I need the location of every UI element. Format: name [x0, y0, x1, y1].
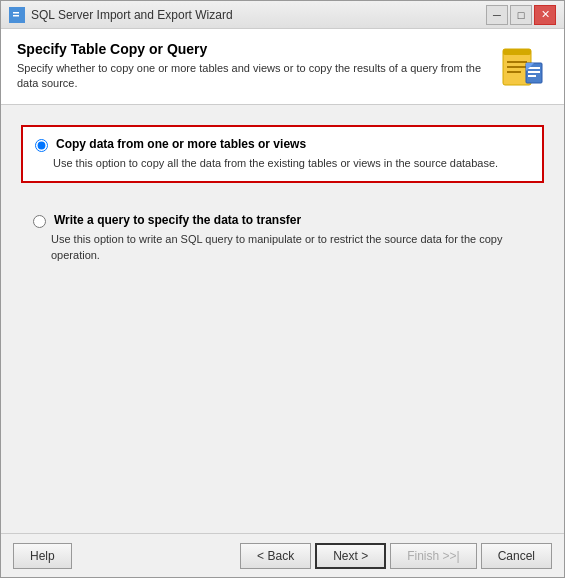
svg-rect-11 — [528, 75, 536, 77]
svg-rect-2 — [13, 15, 19, 17]
copy-tables-option[interactable]: Copy data from one or more tables or vie… — [21, 125, 544, 183]
close-button[interactable]: ✕ — [534, 5, 556, 25]
cancel-button[interactable]: Cancel — [481, 543, 552, 569]
option-row-2: Write a query to specify the data to tra… — [33, 213, 532, 228]
copy-tables-radio[interactable] — [35, 139, 48, 152]
svg-rect-10 — [528, 71, 540, 73]
minimize-button[interactable]: ─ — [486, 5, 508, 25]
restore-button[interactable]: □ — [510, 5, 532, 25]
main-content: Copy data from one or more tables or vie… — [1, 105, 564, 533]
write-query-option[interactable]: Write a query to specify the data to tra… — [21, 203, 544, 273]
svg-rect-5 — [507, 61, 527, 63]
svg-rect-9 — [528, 67, 540, 69]
window-title: SQL Server Import and Export Wizard — [31, 8, 233, 22]
header-section: Specify Table Copy or Query Specify whet… — [1, 29, 564, 105]
next-button[interactable]: Next > — [315, 543, 386, 569]
back-button[interactable]: < Back — [240, 543, 311, 569]
content-area: Specify Table Copy or Query Specify whet… — [1, 29, 564, 533]
page-description: Specify whether to copy one or more tabl… — [17, 61, 488, 92]
main-window: SQL Server Import and Export Wizard ─ □ … — [0, 0, 565, 578]
svg-rect-7 — [507, 71, 521, 73]
svg-rect-1 — [13, 12, 19, 14]
footer: Help < Back Next > Finish >>| Cancel — [1, 533, 564, 577]
title-bar-left: SQL Server Import and Export Wizard — [9, 7, 233, 23]
finish-button[interactable]: Finish >>| — [390, 543, 476, 569]
write-query-radio[interactable] — [33, 215, 46, 228]
write-query-label: Write a query to specify the data to tra… — [54, 213, 301, 227]
footer-left: Help — [13, 543, 72, 569]
title-bar: SQL Server Import and Export Wizard ─ □ … — [1, 1, 564, 29]
write-query-desc: Use this option to write an SQL query to… — [33, 232, 532, 263]
header-icon — [498, 41, 548, 91]
page-title: Specify Table Copy or Query — [17, 41, 488, 57]
svg-rect-4 — [503, 49, 531, 55]
app-icon — [9, 7, 25, 23]
help-button[interactable]: Help — [13, 543, 72, 569]
option-row-1: Copy data from one or more tables or vie… — [35, 137, 530, 152]
title-bar-controls: ─ □ ✕ — [486, 5, 556, 25]
svg-rect-6 — [507, 66, 527, 68]
footer-right: < Back Next > Finish >>| Cancel — [240, 543, 552, 569]
copy-tables-label: Copy data from one or more tables or vie… — [56, 137, 306, 151]
header-text: Specify Table Copy or Query Specify whet… — [17, 41, 488, 92]
copy-tables-desc: Use this option to copy all the data fro… — [35, 156, 530, 171]
